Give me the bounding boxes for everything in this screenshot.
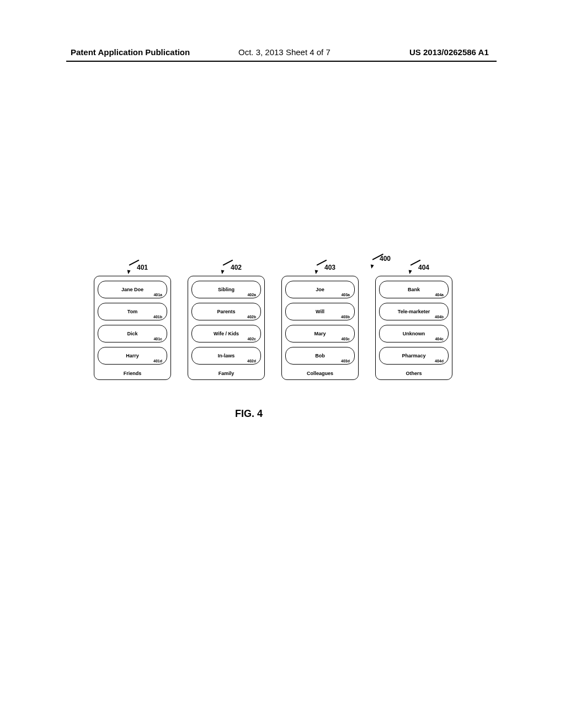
contact-item: Pharmacy 404d [379,347,449,365]
contact-item: Unknown 404c [379,325,449,342]
contact-item: Tele-marketer 404b [379,303,449,320]
reference-numeral: 402a [247,293,256,297]
contact-name: Mary [314,331,326,336]
contact-name: Sibling [218,287,234,292]
header-publication-type: Patent Application Publication [71,47,190,57]
reference-numeral: 402d [247,359,256,363]
group-label-friends: Friends [98,369,167,377]
reference-numeral: 403a [341,293,350,297]
reference-numeral: 403b [341,315,350,319]
contact-name: In-laws [218,353,235,358]
reference-numeral: 404c [435,337,444,341]
reference-numeral: 403d [341,359,350,363]
contact-name: Bank [408,287,420,292]
contact-name: Parents [217,309,235,314]
contact-name: Unknown [403,331,425,336]
contact-name: Tele-marketer [398,309,430,314]
reference-numeral: 401b [153,315,162,319]
reference-numeral: 404d [435,359,444,363]
contact-item: Joe 403a [285,281,355,298]
reference-numeral: 402c [247,337,256,341]
patent-page: Patent Application Publication Oct. 3, 2… [0,0,565,728]
group-family: Sibling 402a Parents 402b Wife / Kids 40… [188,276,265,380]
contact-name: Joe [316,287,324,292]
lead-line-404 [414,270,424,277]
contact-item: Jane Doe 401a [98,281,167,298]
contact-item: Parents 402b [191,303,261,320]
contact-name: Tom [127,309,137,314]
groups-row: 401 Jane Doe 401a Tom 401b Dick 401c [94,276,480,380]
contact-item: Tom 401b [98,303,167,320]
header-publication-number: US 2013/0262586 A1 [409,47,489,57]
contact-item: Dick 401c [98,325,167,342]
group-label-family: Family [191,369,261,377]
reference-numeral: 401d [153,359,162,363]
group-friends: Jane Doe 401a Tom 401b Dick 401c Harry 4… [94,276,171,380]
group-label-colleagues: Colleagues [285,369,355,377]
reference-numeral: 401c [153,337,162,341]
group-wrap-others: 404 Bank 404a Tele-marketer 404b Unknown… [375,276,452,380]
reference-numeral: 404b [435,315,444,319]
figure-caption: FIG. 4 [235,408,263,420]
contact-name: Jane Doe [121,287,143,292]
group-colleagues: Joe 403a Will 403b Mary 403c Bob 403d [281,276,359,380]
contact-name: Dick [127,331,137,336]
contact-item: Sibling 402a [191,281,261,298]
header-divider [66,61,497,62]
group-wrap-friends: 401 Jane Doe 401a Tom 401b Dick 401c [94,276,171,380]
figure-4-diagram: 400 401 Jane Doe 401a Tom 401b Dick [94,276,480,380]
contact-item: Mary 403c [285,325,355,342]
group-wrap-colleagues: 403 Joe 403a Will 403b Mary 403c [281,276,359,380]
lead-line-403 [320,270,330,277]
reference-numeral: 401a [153,293,162,297]
contact-item: In-laws 402d [191,347,261,365]
contact-item: Wife / Kids 402c [191,325,261,342]
lead-line-400 [372,259,386,272]
header-date-sheet: Oct. 3, 2013 Sheet 4 of 7 [238,47,331,57]
lead-line-401 [132,270,142,277]
contact-name: Wife / Kids [214,331,239,336]
contact-item: Bank 404a [379,281,449,298]
contact-name: Bob [315,353,325,358]
reference-numeral: 404a [435,293,444,297]
reference-numeral: 402b [247,315,256,319]
contact-name: Harry [126,353,139,358]
reference-numeral: 403c [341,337,350,341]
contact-item: Harry 401d [98,347,167,365]
contact-item: Will 403b [285,303,355,320]
group-others: Bank 404a Tele-marketer 404b Unknown 404… [375,276,452,380]
group-wrap-family: 402 Sibling 402a Parents 402b Wife / Kid… [188,276,265,380]
group-label-others: Others [379,369,449,377]
contact-name: Will [316,309,324,314]
contact-name: Pharmacy [402,353,425,358]
lead-line-402 [226,270,236,277]
contact-item: Bob 403d [285,347,355,365]
